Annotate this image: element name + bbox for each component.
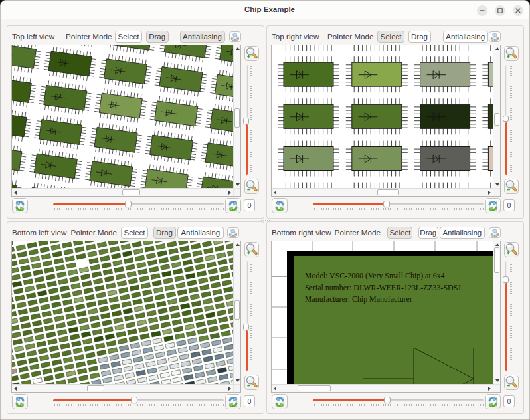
svg-text:Serial number: DLWR-WEER-123L-: Serial number: DLWR-WEER-123L-ZZ33-SDSJ — [305, 283, 461, 292]
svg-text:Manufacturer: Chip Manufacture: Manufacturer: Chip Manufacturer — [305, 294, 412, 304]
svg-text:Model: VSC-2000 (Very Small Ch: Model: VSC-2000 (Very Small Chip) at 6x4 — [305, 271, 445, 280]
